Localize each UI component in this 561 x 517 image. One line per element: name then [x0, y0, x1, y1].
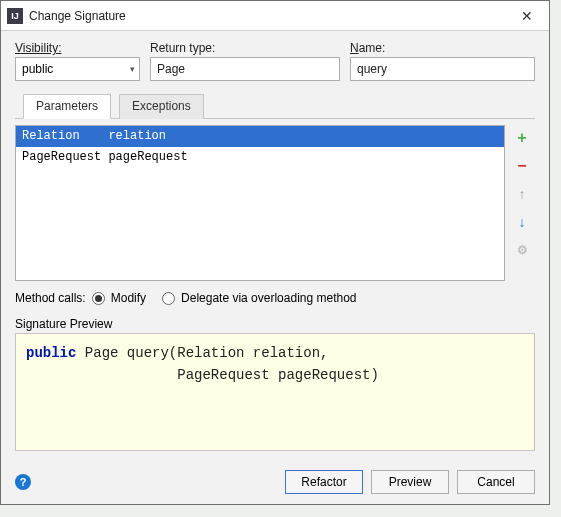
titlebar: IJ Change Signature ✕ — [1, 1, 549, 31]
chevron-down-icon: ▾ — [130, 64, 135, 74]
move-down-icon[interactable]: ↓ — [513, 213, 531, 231]
radio-delegate[interactable] — [162, 292, 175, 305]
radio-modify[interactable] — [92, 292, 105, 305]
move-up-icon[interactable]: ↑ — [513, 185, 531, 203]
return-type-value: Page — [157, 62, 185, 76]
radio-modify-label: Modify — [111, 291, 146, 305]
name-input[interactable]: query — [350, 57, 535, 81]
button-bar: ? Refactor Preview Cancel — [1, 470, 549, 494]
method-calls-row: Method calls: Modify Delegate via overlo… — [15, 291, 535, 305]
tab-exceptions[interactable]: Exceptions — [119, 94, 204, 119]
add-icon[interactable]: + — [513, 129, 531, 147]
method-calls-label: Method calls: — [15, 291, 86, 305]
gear-icon[interactable]: ⚙ — [513, 241, 531, 259]
refactor-button[interactable]: Refactor — [285, 470, 363, 494]
parameters-area: Relation relationPageRequest pageRequest… — [15, 125, 535, 281]
change-signature-dialog: IJ Change Signature ✕ Visibility: public… — [0, 0, 550, 505]
visibility-value: public — [22, 62, 53, 76]
dialog-content: Visibility: public ▾ Return type: Page N… — [1, 31, 549, 451]
list-side-buttons: + − ↑ ↓ ⚙ — [509, 125, 535, 281]
return-type-label: Return type: — [150, 41, 340, 55]
parameter-row[interactable]: PageRequest pageRequest — [16, 147, 504, 168]
visibility-combo[interactable]: public ▾ — [15, 57, 140, 81]
signature-preview: public Page query(Relation relation, Pag… — [15, 333, 535, 451]
cancel-button[interactable]: Cancel — [457, 470, 535, 494]
preview-button[interactable]: Preview — [371, 470, 449, 494]
parameter-row[interactable]: Relation relation — [16, 126, 504, 147]
name-value: query — [357, 62, 387, 76]
parameters-list[interactable]: Relation relationPageRequest pageRequest — [15, 125, 505, 281]
name-label: Name: — [350, 41, 535, 55]
signature-preview-label: Signature Preview — [15, 317, 535, 331]
field-row: Visibility: public ▾ Return type: Page N… — [15, 41, 535, 81]
visibility-label: Visibility: — [15, 41, 61, 55]
help-icon[interactable]: ? — [15, 474, 31, 490]
tab-parameters[interactable]: Parameters — [23, 94, 111, 119]
radio-delegate-label: Delegate via overloading method — [181, 291, 356, 305]
close-button[interactable]: ✕ — [504, 1, 549, 31]
return-type-input[interactable]: Page — [150, 57, 340, 81]
app-icon: IJ — [7, 8, 23, 24]
remove-icon[interactable]: − — [513, 157, 531, 175]
dialog-title: Change Signature — [29, 9, 504, 23]
tabs: Parameters Exceptions — [15, 93, 535, 119]
